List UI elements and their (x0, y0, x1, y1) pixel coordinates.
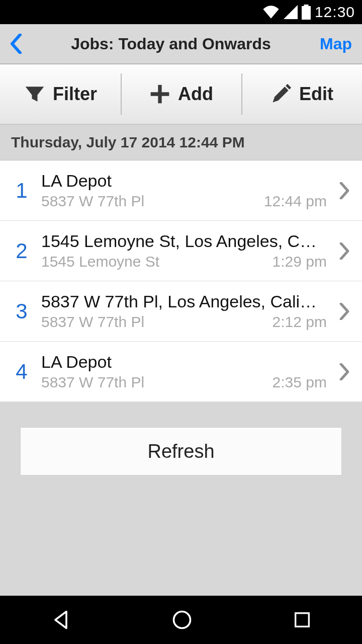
pencil-icon (270, 83, 292, 105)
nav-recent-icon[interactable] (292, 610, 312, 630)
chevron-right-icon (339, 363, 350, 380)
below-list-area: Refresh (0, 402, 362, 596)
row-address: 5837 W 77th Pl (41, 374, 144, 391)
row-time: 12:44 pm (264, 193, 327, 210)
filter-label: Filter (53, 84, 97, 105)
row-address: 5837 W 77th Pl (41, 313, 144, 331)
wifi-icon (262, 5, 280, 19)
row-time: 1:29 pm (273, 253, 327, 270)
add-label: Add (178, 84, 213, 105)
row-title: 5837 W 77th Pl, Los Angeles, Cali… (41, 292, 327, 311)
filter-icon (24, 83, 46, 105)
chevron-left-icon (10, 34, 22, 54)
map-button[interactable]: Map (312, 35, 352, 53)
status-bar: 12:30 (0, 0, 362, 24)
row-number: 3 (11, 299, 32, 324)
section-header: Thursday, July 17 2014 12:44 PM (0, 125, 362, 160)
jobs-list: 1 LA Depot 5837 W 77th Pl 12:44 pm 2 154… (0, 160, 362, 402)
row-number: 4 (11, 360, 32, 384)
cellular-icon (284, 5, 298, 19)
filter-button[interactable]: Filter (0, 64, 121, 124)
nav-home-icon[interactable] (171, 609, 193, 631)
plus-icon (149, 83, 171, 105)
chevron-right-icon (339, 182, 350, 199)
status-time: 12:30 (315, 4, 355, 21)
row-address: 5837 W 77th Pl (41, 193, 144, 210)
chevron-right-icon (339, 243, 350, 260)
row-address: 1545 Lemoyne St (41, 253, 159, 270)
row-title: LA Depot (41, 171, 327, 191)
list-item[interactable]: 1 LA Depot 5837 W 77th Pl 12:44 pm (0, 160, 362, 221)
svg-rect-1 (296, 613, 309, 627)
nav-header: Jobs: Today and Onwards Map (0, 24, 362, 64)
row-time: 2:12 pm (273, 313, 327, 331)
edit-button[interactable]: Edit (241, 64, 362, 124)
edit-label: Edit (299, 84, 333, 105)
android-nav-bar (0, 596, 362, 644)
list-item[interactable]: 2 1545 Lemoyne St, Los Angeles, C… 1545 … (0, 221, 362, 281)
row-number: 1 (11, 179, 32, 203)
refresh-button[interactable]: Refresh (20, 427, 342, 475)
row-number: 2 (11, 239, 32, 263)
row-title: LA Depot (41, 352, 327, 372)
page-title: Jobs: Today and Onwards (30, 35, 312, 53)
list-item[interactable]: 4 LA Depot 5837 W 77th Pl 2:35 pm (0, 342, 362, 402)
toolbar: Filter Add Edit (0, 64, 362, 125)
add-button[interactable]: Add (121, 64, 241, 124)
nav-back-icon[interactable] (50, 609, 72, 631)
row-title: 1545 Lemoyne St, Los Angeles, C… (41, 231, 327, 251)
svg-point-0 (173, 612, 190, 628)
row-time: 2:35 pm (273, 374, 327, 391)
battery-icon (302, 5, 311, 20)
back-button[interactable] (10, 34, 30, 54)
list-item[interactable]: 3 5837 W 77th Pl, Los Angeles, Cali… 583… (0, 281, 362, 342)
chevron-right-icon (339, 303, 350, 320)
